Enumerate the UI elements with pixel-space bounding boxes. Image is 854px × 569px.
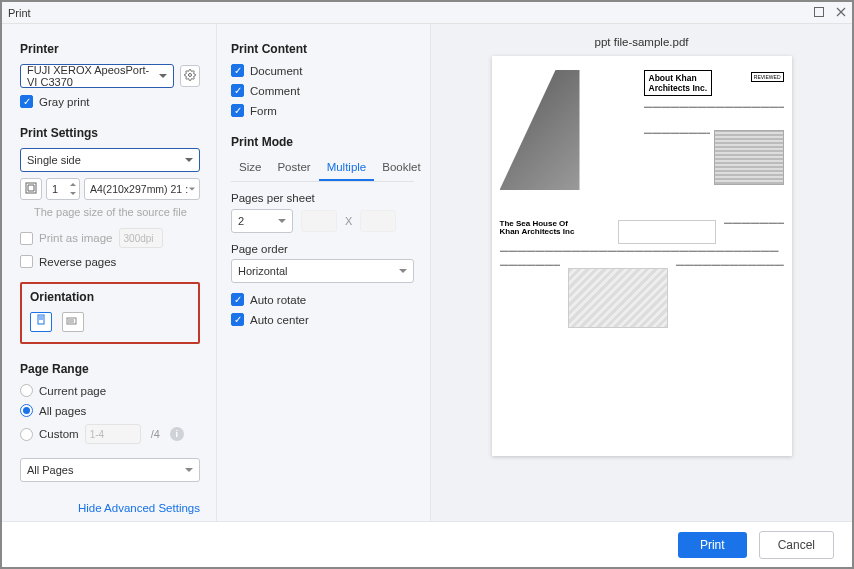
portrait-icon (34, 314, 48, 330)
custom-label: Custom (39, 428, 79, 440)
auto-center-label: Auto center (250, 314, 309, 326)
pps-rows-input (360, 210, 396, 232)
tab-size[interactable]: Size (231, 157, 269, 181)
gray-print-label: Gray print (39, 96, 90, 108)
cancel-button[interactable]: Cancel (759, 531, 834, 559)
printer-selected: FUJI XEROX ApeosPort-VI C3370 (27, 64, 155, 88)
svg-point-1 (189, 74, 192, 77)
tab-multiple[interactable]: Multiple (319, 157, 375, 181)
dialog-footer: Print Cancel (2, 521, 852, 567)
page-filter-select[interactable]: All Pages (20, 458, 200, 482)
reverse-pages-label: Reverse pages (39, 256, 116, 268)
custom-radio[interactable] (20, 428, 33, 441)
slide2-body: ▬▬▬▬▬▬▬▬▬▬▬▬▬▬▬▬▬▬▬▬▬▬▬▬▬▬▬▬▬▬▬▬▬▬▬▬▬▬▬▬… (644, 104, 784, 130)
close-icon[interactable] (836, 7, 846, 19)
dpi-input: 300dpi (119, 228, 163, 248)
custom-range-total: /4 (151, 428, 160, 440)
preview-slide-2: About Khan Architects Inc. REVIEWED ▬▬▬▬… (644, 70, 784, 210)
current-page-radio[interactable] (20, 384, 33, 397)
custom-range-input[interactable]: 1-4 (85, 424, 141, 444)
reviewed-badge: REVIEWED (751, 72, 784, 82)
slide3-meta (618, 220, 716, 244)
orientation-landscape-button[interactable] (62, 312, 84, 332)
print-button[interactable]: Print (678, 532, 747, 558)
document-checkbox[interactable] (231, 64, 244, 77)
preview-page: About Khan Architects Inc. REVIEWED ▬▬▬▬… (492, 56, 792, 456)
gray-print-checkbox[interactable] (20, 95, 33, 108)
auto-center-checkbox[interactable] (231, 313, 244, 326)
preview-slide-3: The Sea House Of Khan Architects Inc ▬▬▬… (500, 220, 784, 360)
auto-rotate-checkbox[interactable] (231, 293, 244, 306)
slide2-title2: Architects Inc. (649, 83, 708, 93)
orientation-label: Orientation (30, 290, 190, 304)
copies-value: 1 (52, 183, 58, 195)
current-page-label: Current page (39, 385, 106, 397)
page-filter-value: All Pages (27, 464, 73, 476)
slide3-title2: Khan Architects Inc (500, 228, 610, 236)
print-mode-label: Print Mode (231, 135, 414, 149)
pps-x-label: X (345, 215, 352, 227)
printer-select[interactable]: FUJI XEROX ApeosPort-VI C3370 (20, 64, 174, 88)
comment-checkbox[interactable] (231, 84, 244, 97)
preview-filename: ppt file-sample.pdf (431, 24, 852, 56)
auto-rotate-label: Auto rotate (250, 294, 306, 306)
reverse-pages-checkbox[interactable] (20, 255, 33, 268)
orientation-section: Orientation (20, 282, 200, 344)
titlebar: Print (2, 2, 852, 24)
building-image-icon (500, 70, 580, 190)
page-range-label: Page Range (20, 362, 200, 376)
printer-label: Printer (20, 42, 200, 56)
slide3-right: ▬▬▬▬▬▬▬▬▬▬▬▬▬▬▬▬▬▬▬▬▬▬▬▬▬▬▬▬▬▬▬▬▬▬▬▬▬▬▬▬… (676, 262, 784, 322)
print-settings-label: Print Settings (20, 126, 200, 140)
window-title: Print (8, 7, 31, 19)
gear-icon (184, 69, 196, 83)
form-label: Form (250, 105, 277, 117)
all-pages-radio[interactable] (20, 404, 33, 417)
all-pages-label: All pages (39, 405, 86, 417)
print-as-image-checkbox[interactable] (20, 232, 33, 245)
slide3-col: ▬▬▬▬▬▬▬▬▬▬▬▬▬▬▬▬▬▬ (724, 220, 784, 244)
building-image-icon (714, 130, 784, 185)
preview-slide-1 (500, 70, 640, 210)
orientation-portrait-button[interactable] (30, 312, 52, 332)
copies-input[interactable]: 1 (46, 178, 80, 200)
sides-value: Single side (27, 154, 81, 166)
comment-label: Comment (250, 85, 300, 97)
svg-rect-6 (67, 318, 76, 324)
form-checkbox[interactable] (231, 104, 244, 117)
pps-select[interactable]: 2 (231, 209, 293, 233)
scale-fit-button[interactable] (20, 178, 42, 200)
slide3-left: ▬▬▬▬▬▬▬▬▬▬▬▬▬▬▬▬▬▬▬▬▬▬▬▬▬▬▬▬▬▬▬▬▬▬▬▬▬▬▬▬… (500, 262, 560, 322)
source-size-note: The page size of the source file (20, 206, 200, 218)
pps-value: 2 (238, 215, 244, 227)
paper-size-value: A4(210x297mm) 21 : (90, 183, 188, 195)
page-order-label: Page order (231, 243, 414, 255)
pages-per-sheet-label: Pages per sheet (231, 192, 414, 204)
document-label: Document (250, 65, 302, 77)
paper-size-select[interactable]: A4(210x297mm) 21 : (84, 178, 200, 200)
scale-fit-icon (25, 182, 37, 196)
page-order-value: Horizontal (238, 265, 288, 277)
printer-settings-button[interactable] (180, 65, 200, 87)
slide2-col: ▬▬▬▬▬▬▬▬▬▬▬▬▬▬▬▬▬▬▬▬▬▬▬▬▬▬▬▬▬▬▬▬▬▬▬▬▬▬▬▬… (644, 130, 710, 180)
slide3-body: ▬▬▬▬▬▬▬▬▬▬▬▬▬▬▬▬▬▬▬▬▬▬▬▬▬▬▬▬▬▬▬▬▬▬▬▬▬▬▬▬… (500, 248, 784, 258)
print-as-image-label: Print as image (39, 232, 113, 244)
sides-select[interactable]: Single side (20, 148, 200, 172)
landscape-icon (66, 314, 80, 330)
print-mode-tabs: Size Poster Multiple Booklet (231, 157, 414, 182)
tab-poster[interactable]: Poster (269, 157, 318, 181)
info-icon[interactable]: i (170, 427, 184, 441)
page-order-select[interactable]: Horizontal (231, 259, 414, 283)
slide2-title1: About Khan (649, 73, 697, 83)
svg-rect-0 (815, 7, 824, 16)
print-content-label: Print Content (231, 42, 414, 56)
building-image-icon (568, 268, 668, 328)
hide-advanced-link[interactable]: Hide Advanced Settings (20, 502, 200, 514)
pps-cols-input (301, 210, 337, 232)
maximize-icon[interactable] (814, 7, 824, 19)
tab-booklet[interactable]: Booklet (374, 157, 428, 181)
